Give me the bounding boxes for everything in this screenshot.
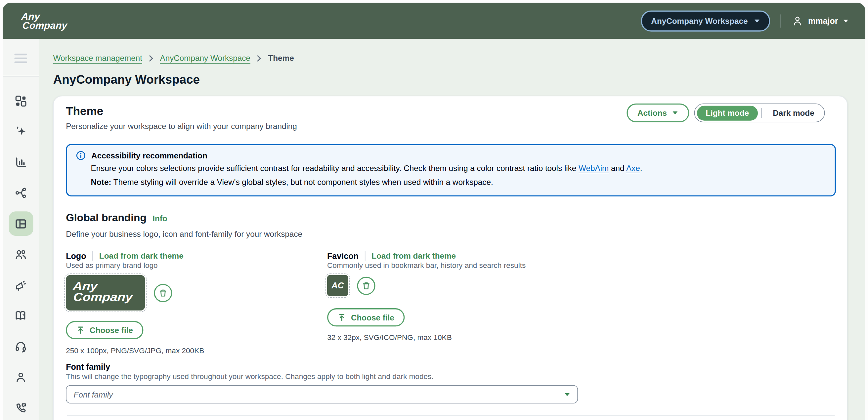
- sparkle-icon: [14, 125, 27, 137]
- sidebar-nav: [3, 39, 39, 420]
- sidebar-icon-list: [9, 89, 33, 420]
- headset-icon: [14, 340, 27, 353]
- logo-preview: Any Company: [66, 275, 145, 311]
- font-family-description: This will change the typography used thr…: [66, 373, 578, 382]
- company-logo: Any Company: [21, 12, 68, 30]
- light-mode-segment[interactable]: Light mode: [696, 105, 757, 120]
- sidebar-item-contact[interactable]: [9, 396, 33, 420]
- actions-button[interactable]: Actions: [626, 103, 689, 122]
- logo-hint: 250 x 100px, PNG/SVG/JPG, max 200KB: [66, 347, 327, 355]
- accessibility-banner: Accessibility recommendation Ensure your…: [66, 144, 836, 196]
- sidebar-item-ai[interactable]: [9, 119, 33, 144]
- favicon-section: Favicon Load from dark theme Commonly us…: [327, 250, 526, 355]
- sidebar-item-users[interactable]: [9, 242, 33, 266]
- logo-preview-line2: Company: [73, 292, 154, 302]
- top-bar-divider: [780, 14, 781, 27]
- logo-delete-button[interactable]: [154, 284, 172, 302]
- sidebar-item-flows[interactable]: [9, 181, 33, 205]
- chevron-down-icon: [564, 392, 570, 396]
- global-branding-subtitle: Define your business logo, icon and font…: [66, 229, 302, 238]
- font-family-select[interactable]: Font family: [66, 385, 578, 403]
- logo-label: Logo: [66, 251, 86, 260]
- top-bar-right: AnyCompany Workspace mmajor: [641, 10, 848, 31]
- favicon-load-from-dark-link[interactable]: Load from dark theme: [371, 251, 456, 260]
- banner-body-and: and: [609, 164, 626, 173]
- logo-description: Used as primary brand logo: [66, 261, 327, 270]
- logo-choose-file-label: Choose file: [90, 326, 133, 335]
- sidebar-item-support[interactable]: [9, 334, 33, 359]
- favicon-preview-text: AC: [332, 281, 344, 290]
- user-name: mmajor: [808, 16, 838, 26]
- company-logo-line1: Any: [21, 12, 68, 21]
- global-branding-title: Global branding: [66, 212, 147, 224]
- dark-mode-segment[interactable]: Dark mode: [765, 108, 822, 118]
- logo-section: Logo Load from dark theme Used as primar…: [66, 250, 327, 355]
- chevron-down-icon: [754, 19, 760, 23]
- chevron-down-icon: [672, 111, 678, 115]
- logo-preview-line1: Any: [72, 281, 154, 291]
- actions-button-label: Actions: [638, 108, 667, 118]
- chevron-down-icon: [843, 19, 849, 23]
- chevron-right-icon: [148, 55, 154, 62]
- light-mode-label: Light mode: [706, 108, 749, 118]
- app-window: Any Company AnyCompany Workspace mmajor: [0, 0, 868, 420]
- menu-icon[interactable]: [14, 54, 27, 63]
- theme-card-controls: Actions Light mode Dark mode: [626, 103, 825, 122]
- mode-toggle-divider: [761, 108, 762, 118]
- trash-icon: [158, 288, 168, 297]
- workspace-selector-label: AnyCompany Workspace: [651, 16, 748, 25]
- banner-note-label: Note:: [91, 177, 111, 186]
- logo-choose-file-button[interactable]: Choose file: [66, 321, 144, 339]
- megaphone-icon: [14, 279, 27, 291]
- favicon-choose-file-button[interactable]: Choose file: [327, 308, 405, 326]
- divider: [365, 251, 366, 260]
- breadcrumb-workspace-management[interactable]: Workspace management: [53, 54, 142, 63]
- favicon-hint: 32 x 32px, SVG/ICO/PNG, max 10KB: [327, 333, 526, 341]
- axe-link[interactable]: Axe: [626, 164, 640, 173]
- page-title: AnyCompany Workspace: [53, 72, 200, 87]
- dark-mode-label: Dark mode: [773, 108, 814, 118]
- chevron-right-icon: [256, 55, 262, 62]
- mode-toggle: Light mode Dark mode: [694, 103, 825, 122]
- font-family-label: Font family: [66, 362, 578, 371]
- user-icon: [792, 15, 803, 27]
- user-menu[interactable]: mmajor: [792, 15, 849, 27]
- main-content: Workspace management AnyCompany Workspac…: [39, 39, 865, 420]
- upload-icon: [76, 326, 85, 334]
- branch-icon: [14, 187, 27, 199]
- global-branding-info-link[interactable]: Info: [153, 214, 167, 223]
- banner-note-text: Theme styling will override a View's glo…: [111, 177, 493, 186]
- branding-columns: Logo Load from dark theme Used as primar…: [66, 250, 526, 355]
- top-bar: Any Company AnyCompany Workspace mmajor: [3, 3, 865, 39]
- phone-chat-icon: [14, 401, 27, 414]
- company-logo-line2: Company: [22, 21, 68, 30]
- sidebar-item-workspace-layout[interactable]: [9, 211, 33, 236]
- breadcrumb-theme: Theme: [268, 54, 294, 63]
- section-divider: [67, 415, 835, 416]
- favicon-choose-file-label: Choose file: [351, 313, 394, 322]
- banner-body-text: Ensure your colors selections provide su…: [91, 164, 579, 173]
- sidebar-item-learning[interactable]: [9, 303, 33, 328]
- favicon-description: Commonly used in bookmark bar, history a…: [327, 261, 526, 270]
- sidebar-item-announcements[interactable]: [9, 273, 33, 297]
- banner-note: Note: Theme styling will override a View…: [91, 176, 826, 188]
- logo-load-from-dark-link[interactable]: Load from dark theme: [99, 251, 184, 260]
- theme-card: Theme Personalize your workspace to alig…: [53, 96, 847, 420]
- dashboard-icon: [14, 94, 27, 107]
- banner-body: Ensure your colors selections provide su…: [91, 162, 826, 174]
- favicon-delete-button[interactable]: [357, 277, 375, 295]
- sidebar-item-analytics[interactable]: [9, 150, 33, 174]
- theme-card-title: Theme: [66, 104, 103, 118]
- breadcrumb-anycompany-workspace[interactable]: AnyCompany Workspace: [160, 54, 250, 63]
- banner-title: Accessibility recommendation: [91, 151, 208, 160]
- sidebar-item-dashboard[interactable]: [9, 89, 33, 113]
- trash-icon: [362, 281, 371, 290]
- banner-body-end: .: [640, 164, 642, 173]
- layout-icon: [14, 217, 27, 230]
- book-sparkle-icon: [14, 309, 27, 322]
- font-family-section: Font family This will change the typogra…: [66, 362, 578, 403]
- sidebar-item-profile[interactable]: [9, 365, 33, 390]
- users-icon: [14, 248, 27, 261]
- webaim-link[interactable]: WebAim: [579, 164, 609, 173]
- workspace-selector[interactable]: AnyCompany Workspace: [641, 10, 770, 31]
